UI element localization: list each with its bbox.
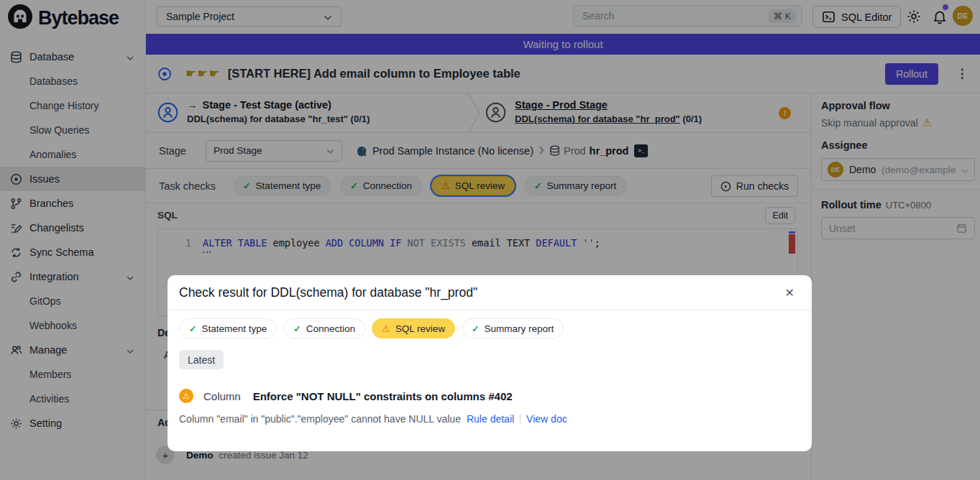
tab-sql-review[interactable]: SQL review — [372, 318, 455, 338]
bytebase-app: Bytebase Database Databases Change Histo… — [0, 0, 980, 480]
finding-detail: Column "email" in "public"."employee" ca… — [179, 413, 461, 425]
finding-category: Column — [203, 390, 241, 402]
finding-row: Column Enforce "NOT NULL" constraints on… — [179, 389, 513, 403]
warning-icon — [179, 389, 193, 403]
divider — [168, 310, 812, 310]
rule-detail-link[interactable]: Rule detail — [467, 413, 514, 425]
tab-summary-report[interactable]: Summary report — [462, 318, 564, 338]
check-result-modal: Check result for DDL(schema) for databas… — [168, 275, 812, 451]
divider — [520, 414, 521, 424]
view-doc-link[interactable]: View doc — [526, 413, 567, 425]
modal-check-tabs: Statement type Connection SQL review Sum… — [179, 318, 564, 338]
finding-rule: Enforce "NOT NULL" constraints on column… — [253, 390, 513, 402]
latest-badge: Latest — [179, 350, 224, 369]
tab-statement-type[interactable]: Statement type — [179, 318, 277, 338]
modal-title: Check result for DDL(schema) for databas… — [179, 285, 477, 300]
close-icon[interactable]: ✕ — [785, 286, 794, 300]
tab-connection[interactable]: Connection — [283, 318, 365, 338]
finding-detail-row: Column "email" in "public"."employee" ca… — [179, 413, 567, 425]
